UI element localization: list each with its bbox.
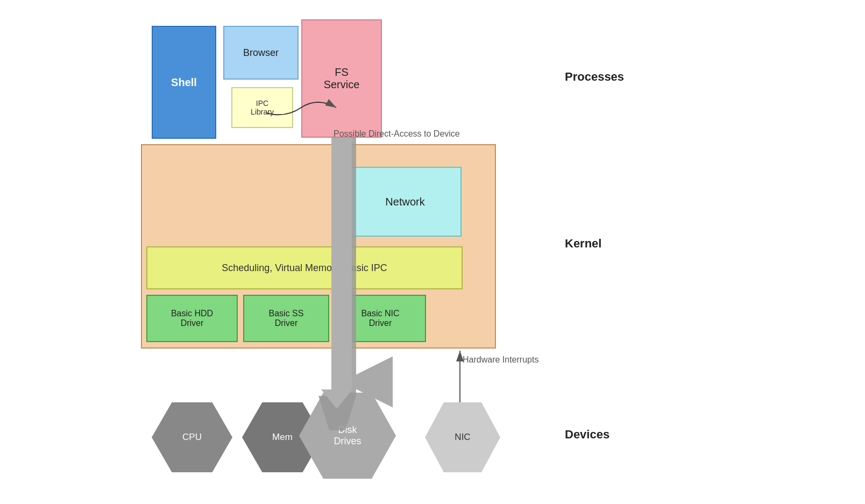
network-box: Network xyxy=(349,167,462,237)
shell-block: Shell xyxy=(152,26,216,139)
cpu-label: CPU xyxy=(182,432,202,443)
shell-label: Shell xyxy=(171,76,197,89)
ss-driver-label: Basic SS Driver xyxy=(269,309,304,328)
nic-driver-label: Basic NIC Driver xyxy=(361,309,399,328)
ipc-library-block: IPC Library xyxy=(231,87,293,128)
disk-label: Disk Drives xyxy=(334,424,361,447)
ipc-library-label: IPC Library xyxy=(251,99,274,116)
main-arrow-tip xyxy=(321,389,352,409)
processes-label: Processes xyxy=(565,70,624,84)
hdd-driver-box: Basic HDD Driver xyxy=(146,295,238,342)
mem-label: Mem xyxy=(272,432,293,443)
browser-block: Browser xyxy=(223,26,299,80)
nic-hex: NIC xyxy=(425,402,500,472)
devices-label: Devices xyxy=(565,428,609,442)
scheduling-bar: Scheduling, Virtual Memory, Basic IPC xyxy=(146,246,463,289)
kernel-label: Kernel xyxy=(565,237,601,251)
ss-driver-box: Basic SS Driver xyxy=(243,295,329,342)
hw-interrupts-label: Hardware Interrupts xyxy=(463,355,538,365)
direct-access-label: Possible Direct-Access to Device xyxy=(334,129,460,139)
browser-label: Browser xyxy=(243,47,279,59)
network-label: Network xyxy=(385,196,424,208)
scheduling-label: Scheduling, Virtual Memory, Basic IPC xyxy=(222,262,387,274)
fs-service-label: FS Service xyxy=(324,66,360,91)
cpu-hex: CPU xyxy=(152,402,232,472)
hdd-driver-label: Basic HDD Driver xyxy=(171,309,213,328)
diagram: Processes Kernel Devices Shell Browser I… xyxy=(0,0,865,504)
nic-label: NIC xyxy=(455,432,470,443)
main-arrow-shaft xyxy=(331,138,352,391)
fs-service-block: FS Service xyxy=(301,19,382,138)
